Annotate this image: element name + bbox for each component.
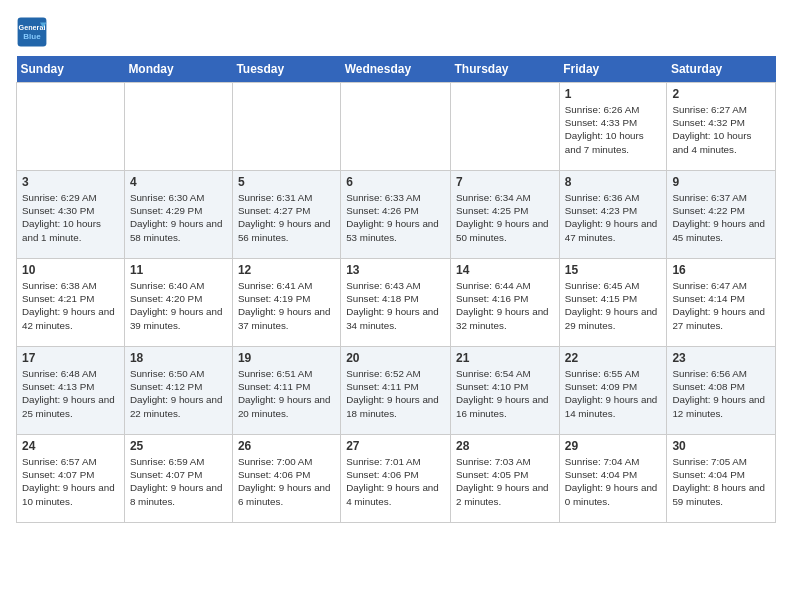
logo: General Blue [16,16,48,48]
calendar-cell: 3Sunrise: 6:29 AM Sunset: 4:30 PM Daylig… [17,171,125,259]
day-info: Sunrise: 6:27 AM Sunset: 4:32 PM Dayligh… [672,103,770,156]
column-header-saturday: Saturday [667,56,776,83]
day-info: Sunrise: 6:34 AM Sunset: 4:25 PM Dayligh… [456,191,554,244]
svg-text:Blue: Blue [23,32,41,41]
day-number: 6 [346,175,445,189]
day-number: 14 [456,263,554,277]
day-number: 9 [672,175,770,189]
column-header-tuesday: Tuesday [232,56,340,83]
calendar-cell: 13Sunrise: 6:43 AM Sunset: 4:18 PM Dayli… [341,259,451,347]
calendar-cell: 8Sunrise: 6:36 AM Sunset: 4:23 PM Daylig… [559,171,667,259]
day-number: 13 [346,263,445,277]
calendar-cell: 20Sunrise: 6:52 AM Sunset: 4:11 PM Dayli… [341,347,451,435]
day-info: Sunrise: 7:00 AM Sunset: 4:06 PM Dayligh… [238,455,335,508]
calendar-cell: 10Sunrise: 6:38 AM Sunset: 4:21 PM Dayli… [17,259,125,347]
calendar-cell [450,83,559,171]
day-info: Sunrise: 6:56 AM Sunset: 4:08 PM Dayligh… [672,367,770,420]
day-number: 4 [130,175,227,189]
page-header: General Blue [16,16,776,48]
day-number: 30 [672,439,770,453]
day-info: Sunrise: 6:48 AM Sunset: 4:13 PM Dayligh… [22,367,119,420]
day-info: Sunrise: 6:50 AM Sunset: 4:12 PM Dayligh… [130,367,227,420]
calendar-week-3: 10Sunrise: 6:38 AM Sunset: 4:21 PM Dayli… [17,259,776,347]
calendar-cell: 25Sunrise: 6:59 AM Sunset: 4:07 PM Dayli… [124,435,232,523]
calendar-cell: 30Sunrise: 7:05 AM Sunset: 4:04 PM Dayli… [667,435,776,523]
day-number: 17 [22,351,119,365]
day-info: Sunrise: 7:03 AM Sunset: 4:05 PM Dayligh… [456,455,554,508]
calendar-cell: 9Sunrise: 6:37 AM Sunset: 4:22 PM Daylig… [667,171,776,259]
calendar-week-2: 3Sunrise: 6:29 AM Sunset: 4:30 PM Daylig… [17,171,776,259]
day-info: Sunrise: 6:45 AM Sunset: 4:15 PM Dayligh… [565,279,662,332]
day-number: 26 [238,439,335,453]
day-info: Sunrise: 6:59 AM Sunset: 4:07 PM Dayligh… [130,455,227,508]
column-header-thursday: Thursday [450,56,559,83]
day-info: Sunrise: 6:47 AM Sunset: 4:14 PM Dayligh… [672,279,770,332]
day-number: 25 [130,439,227,453]
column-header-wednesday: Wednesday [341,56,451,83]
calendar-cell [17,83,125,171]
day-number: 3 [22,175,119,189]
calendar-cell: 21Sunrise: 6:54 AM Sunset: 4:10 PM Dayli… [450,347,559,435]
calendar-cell: 6Sunrise: 6:33 AM Sunset: 4:26 PM Daylig… [341,171,451,259]
day-number: 1 [565,87,662,101]
day-number: 21 [456,351,554,365]
day-number: 20 [346,351,445,365]
calendar-cell: 27Sunrise: 7:01 AM Sunset: 4:06 PM Dayli… [341,435,451,523]
calendar-cell: 11Sunrise: 6:40 AM Sunset: 4:20 PM Dayli… [124,259,232,347]
calendar-cell: 15Sunrise: 6:45 AM Sunset: 4:15 PM Dayli… [559,259,667,347]
calendar-cell: 29Sunrise: 7:04 AM Sunset: 4:04 PM Dayli… [559,435,667,523]
calendar-cell: 16Sunrise: 6:47 AM Sunset: 4:14 PM Dayli… [667,259,776,347]
calendar-week-5: 24Sunrise: 6:57 AM Sunset: 4:07 PM Dayli… [17,435,776,523]
day-info: Sunrise: 6:29 AM Sunset: 4:30 PM Dayligh… [22,191,119,244]
day-info: Sunrise: 6:44 AM Sunset: 4:16 PM Dayligh… [456,279,554,332]
calendar-cell: 23Sunrise: 6:56 AM Sunset: 4:08 PM Dayli… [667,347,776,435]
day-number: 28 [456,439,554,453]
day-number: 16 [672,263,770,277]
calendar-cell: 24Sunrise: 6:57 AM Sunset: 4:07 PM Dayli… [17,435,125,523]
day-number: 7 [456,175,554,189]
day-info: Sunrise: 6:43 AM Sunset: 4:18 PM Dayligh… [346,279,445,332]
calendar-cell: 7Sunrise: 6:34 AM Sunset: 4:25 PM Daylig… [450,171,559,259]
calendar-cell: 22Sunrise: 6:55 AM Sunset: 4:09 PM Dayli… [559,347,667,435]
day-info: Sunrise: 6:36 AM Sunset: 4:23 PM Dayligh… [565,191,662,244]
calendar-cell [124,83,232,171]
day-number: 24 [22,439,119,453]
column-header-friday: Friday [559,56,667,83]
calendar-cell: 4Sunrise: 6:30 AM Sunset: 4:29 PM Daylig… [124,171,232,259]
calendar-cell [341,83,451,171]
calendar-cell: 5Sunrise: 6:31 AM Sunset: 4:27 PM Daylig… [232,171,340,259]
day-info: Sunrise: 6:38 AM Sunset: 4:21 PM Dayligh… [22,279,119,332]
day-number: 22 [565,351,662,365]
day-number: 8 [565,175,662,189]
day-info: Sunrise: 6:41 AM Sunset: 4:19 PM Dayligh… [238,279,335,332]
day-info: Sunrise: 6:31 AM Sunset: 4:27 PM Dayligh… [238,191,335,244]
calendar-table: SundayMondayTuesdayWednesdayThursdayFrid… [16,56,776,523]
calendar-cell: 18Sunrise: 6:50 AM Sunset: 4:12 PM Dayli… [124,347,232,435]
calendar-cell: 28Sunrise: 7:03 AM Sunset: 4:05 PM Dayli… [450,435,559,523]
calendar-cell: 17Sunrise: 6:48 AM Sunset: 4:13 PM Dayli… [17,347,125,435]
day-info: Sunrise: 6:55 AM Sunset: 4:09 PM Dayligh… [565,367,662,420]
calendar-header-row: SundayMondayTuesdayWednesdayThursdayFrid… [17,56,776,83]
day-number: 10 [22,263,119,277]
day-number: 23 [672,351,770,365]
calendar-cell: 26Sunrise: 7:00 AM Sunset: 4:06 PM Dayli… [232,435,340,523]
day-info: Sunrise: 6:26 AM Sunset: 4:33 PM Dayligh… [565,103,662,156]
day-info: Sunrise: 6:57 AM Sunset: 4:07 PM Dayligh… [22,455,119,508]
day-info: Sunrise: 6:40 AM Sunset: 4:20 PM Dayligh… [130,279,227,332]
day-number: 19 [238,351,335,365]
day-info: Sunrise: 6:54 AM Sunset: 4:10 PM Dayligh… [456,367,554,420]
day-info: Sunrise: 6:37 AM Sunset: 4:22 PM Dayligh… [672,191,770,244]
calendar-cell: 2Sunrise: 6:27 AM Sunset: 4:32 PM Daylig… [667,83,776,171]
day-info: Sunrise: 6:51 AM Sunset: 4:11 PM Dayligh… [238,367,335,420]
calendar-cell: 1Sunrise: 6:26 AM Sunset: 4:33 PM Daylig… [559,83,667,171]
day-number: 5 [238,175,335,189]
logo-icon: General Blue [16,16,48,48]
day-info: Sunrise: 6:52 AM Sunset: 4:11 PM Dayligh… [346,367,445,420]
column-header-monday: Monday [124,56,232,83]
day-info: Sunrise: 7:01 AM Sunset: 4:06 PM Dayligh… [346,455,445,508]
calendar-week-4: 17Sunrise: 6:48 AM Sunset: 4:13 PM Dayli… [17,347,776,435]
calendar-cell: 12Sunrise: 6:41 AM Sunset: 4:19 PM Dayli… [232,259,340,347]
day-info: Sunrise: 7:05 AM Sunset: 4:04 PM Dayligh… [672,455,770,508]
day-info: Sunrise: 6:30 AM Sunset: 4:29 PM Dayligh… [130,191,227,244]
calendar-cell [232,83,340,171]
